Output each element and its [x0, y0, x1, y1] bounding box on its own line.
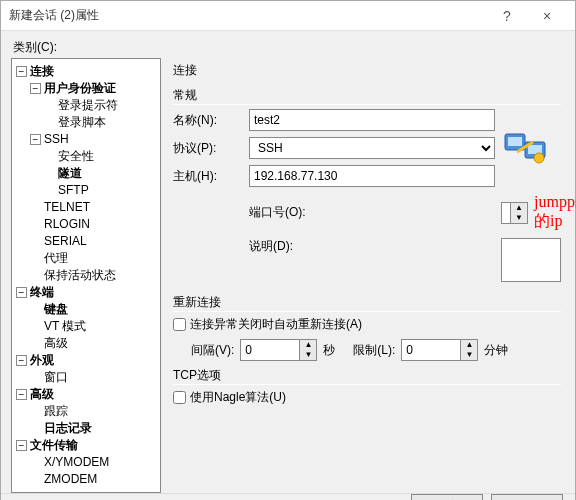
collapse-icon[interactable]: − — [16, 287, 27, 298]
host-input[interactable] — [249, 165, 495, 187]
tree-serial[interactable]: SERIAL — [30, 233, 158, 250]
ok-button[interactable]: 确定 — [411, 494, 483, 500]
tree-trace[interactable]: 跟踪 — [30, 403, 158, 420]
limit-stepper[interactable]: ▲▼ — [401, 339, 478, 361]
dialog-body: 类别(C): −连接 −用户身份验证 登录提示符 登录脚本 −SSH — [1, 31, 575, 493]
collapse-icon[interactable]: − — [16, 389, 27, 400]
name-input[interactable] — [249, 109, 495, 131]
tree-tunnel[interactable]: 隧道 — [44, 165, 158, 182]
spin-down-icon[interactable]: ▼ — [511, 213, 527, 223]
protocol-label: 协议(P): — [173, 140, 243, 157]
category-tree[interactable]: −连接 −用户身份验证 登录提示符 登录脚本 −SSH 安全性 — [11, 58, 161, 493]
titlebar: 新建会话 (2)属性 ? × — [1, 1, 575, 31]
nagle-label: 使用Nagle算法(U) — [190, 389, 286, 406]
description-label: 说明(D): — [249, 238, 495, 255]
auto-reconnect-label: 连接异常关闭时自动重新连接(A) — [190, 316, 362, 333]
tree-window[interactable]: 窗口 — [30, 369, 158, 386]
collapse-icon[interactable]: − — [30, 83, 41, 94]
divider — [173, 104, 561, 105]
auto-reconnect-checkbox[interactable] — [173, 318, 186, 331]
panel-title: 连接 — [173, 60, 561, 81]
svg-rect-1 — [508, 137, 522, 146]
tree-rlogin[interactable]: RLOGIN — [30, 216, 158, 233]
annotation-text: jumppserver的ip — [534, 193, 576, 232]
tree-filetransfer[interactable]: −文件传输 X/YMODEM ZMODEM — [16, 437, 158, 488]
spin-down-icon[interactable]: ▼ — [461, 350, 477, 360]
help-button[interactable]: ? — [487, 1, 527, 31]
group-tcp-label: TCP选项 — [173, 367, 561, 384]
minutes-label: 分钟 — [484, 342, 508, 359]
tree-logging[interactable]: 日志记录 — [30, 420, 158, 437]
spin-up-icon[interactable]: ▲ — [461, 340, 477, 350]
tree-xymodem[interactable]: X/YMODEM — [30, 454, 158, 471]
dialog-window: 新建会话 (2)属性 ? × 类别(C): −连接 −用户身份验证 登录提示符 … — [0, 0, 576, 500]
description-input[interactable] — [501, 238, 561, 282]
collapse-icon[interactable]: − — [30, 134, 41, 145]
tree-telnet[interactable]: TELNET — [30, 199, 158, 216]
spin-down-icon[interactable]: ▼ — [300, 350, 316, 360]
svg-point-4 — [534, 153, 544, 163]
tree-sftp[interactable]: SFTP — [44, 182, 158, 199]
divider — [173, 311, 561, 312]
name-label: 名称(N): — [173, 112, 243, 129]
divider — [173, 384, 561, 385]
tree-auth[interactable]: −用户身份验证 登录提示符 登录脚本 — [30, 80, 158, 131]
tree-zmodem[interactable]: ZMODEM — [30, 471, 158, 488]
collapse-icon[interactable]: − — [16, 66, 27, 77]
tree-keyboard[interactable]: 键盘 — [30, 301, 158, 318]
protocol-select[interactable]: SSH — [249, 137, 495, 159]
host-label: 主机(H): — [173, 168, 243, 185]
group-reconnect-label: 重新连接 — [173, 294, 561, 311]
category-label: 类别(C): — [13, 39, 565, 56]
tree-adv1[interactable]: 高级 — [30, 335, 158, 352]
interval-label: 间隔(V): — [191, 342, 234, 359]
limit-input[interactable] — [401, 339, 461, 361]
interval-input[interactable] — [240, 339, 300, 361]
interval-stepper[interactable]: ▲▼ — [240, 339, 317, 361]
button-bar: 确定 取消 — [1, 493, 575, 500]
group-general-label: 常规 — [173, 87, 561, 104]
cancel-button[interactable]: 取消 — [491, 494, 563, 500]
tree-terminal[interactable]: −终端 键盘 VT 模式 高级 — [16, 284, 158, 352]
spin-up-icon[interactable]: ▲ — [300, 340, 316, 350]
tree-proxy[interactable]: 代理 — [30, 250, 158, 267]
close-button[interactable]: × — [527, 1, 567, 31]
port-input[interactable] — [501, 202, 511, 224]
tree-login-script[interactable]: 登录脚本 — [44, 114, 158, 131]
tree-security[interactable]: 安全性 — [44, 148, 158, 165]
content-row: −连接 −用户身份验证 登录提示符 登录脚本 −SSH 安全性 — [11, 58, 565, 493]
tree-keepalive[interactable]: 保持活动状态 — [30, 267, 158, 284]
collapse-icon[interactable]: − — [16, 440, 27, 451]
limit-label: 限制(L): — [353, 342, 395, 359]
port-label: 端口号(O): — [249, 204, 495, 221]
tree-appearance[interactable]: −外观 窗口 — [16, 352, 158, 386]
seconds-label: 秒 — [323, 342, 335, 359]
tree-vtmode[interactable]: VT 模式 — [30, 318, 158, 335]
tree-connection[interactable]: −连接 −用户身份验证 登录提示符 登录脚本 −SSH 安全性 — [16, 63, 158, 284]
tree-advanced[interactable]: −高级 跟踪 日志记录 — [16, 386, 158, 437]
port-stepper[interactable]: ▲▼ — [501, 202, 528, 224]
tree-ssh[interactable]: −SSH 安全性 隧道 SFTP — [30, 131, 158, 199]
window-title: 新建会话 (2)属性 — [9, 7, 487, 24]
connection-icon — [501, 124, 549, 172]
collapse-icon[interactable]: − — [16, 355, 27, 366]
settings-panel: 连接 常规 名称(N): 协议(P): SSH 主机(H): — [167, 58, 565, 493]
spin-up-icon[interactable]: ▲ — [511, 203, 527, 213]
tree-login-prompt[interactable]: 登录提示符 — [44, 97, 158, 114]
nagle-checkbox[interactable] — [173, 391, 186, 404]
